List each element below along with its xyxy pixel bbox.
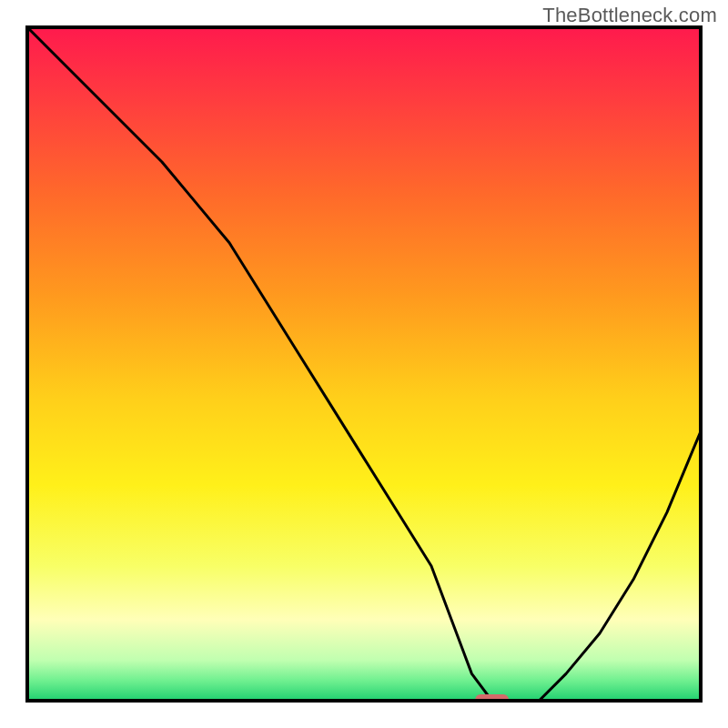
chart-container: TheBottleneck.com xyxy=(0,0,728,728)
bottleneck-chart xyxy=(0,0,728,728)
watermark-text: TheBottleneck.com xyxy=(542,4,717,27)
